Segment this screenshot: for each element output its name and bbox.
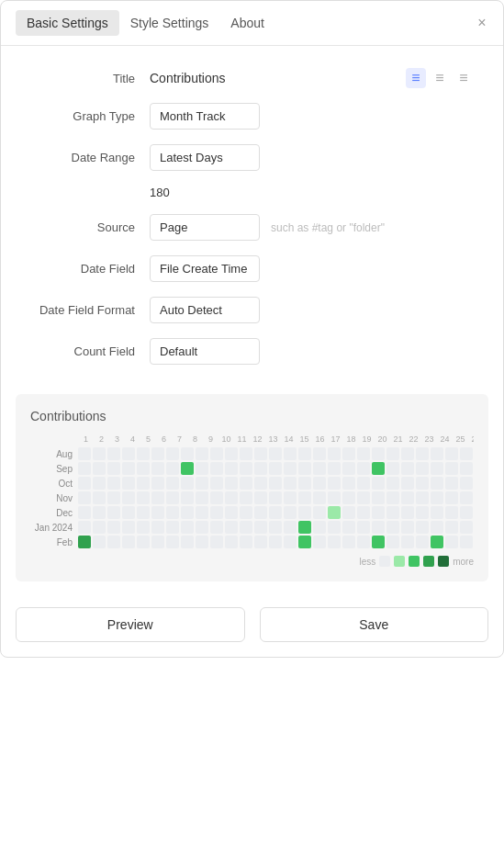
date-field-select[interactable]: File Create Time xyxy=(150,255,260,282)
heatmap-cell xyxy=(372,462,385,475)
source-input[interactable]: Page xyxy=(150,214,260,241)
col-label: 26 xyxy=(468,434,474,444)
heatmap-cells xyxy=(78,506,473,519)
align-left-icon[interactable]: ≡ xyxy=(406,68,426,88)
heatmap-cell xyxy=(298,521,311,534)
heatmap-cell xyxy=(328,462,341,475)
col-label: 18 xyxy=(343,434,359,444)
heatmap-cell xyxy=(342,477,355,490)
save-button[interactable]: Save xyxy=(260,607,489,642)
count-field-value-container: Default xyxy=(150,338,474,365)
source-row: Source Page such as #tag or "folder" xyxy=(30,214,474,241)
col-label: 9 xyxy=(203,434,218,444)
col-label: 2 xyxy=(94,434,109,444)
col-label: 20 xyxy=(375,434,390,444)
date-field-format-label: Date Field Format xyxy=(30,303,150,317)
heatmap-cells xyxy=(78,491,473,504)
col-label: 1 xyxy=(78,434,94,444)
heatmap-cell xyxy=(254,491,267,504)
heatmap-cell xyxy=(372,491,385,504)
heatmap-cell xyxy=(401,506,414,519)
date-field-label: Date Field xyxy=(30,262,150,276)
col-label: 21 xyxy=(390,434,406,444)
heatmap-cell xyxy=(313,521,326,534)
heatmap-cell xyxy=(181,536,194,548)
graph-type-select[interactable]: Month Track xyxy=(150,103,260,130)
heatmap-cell xyxy=(269,477,282,490)
count-field-label: Count Field xyxy=(30,344,150,358)
tab-about[interactable]: About xyxy=(219,10,275,36)
col-label: 15 xyxy=(297,434,312,444)
col-label: 19 xyxy=(359,434,375,444)
close-button[interactable]: × xyxy=(474,15,490,31)
heatmap-cell xyxy=(313,536,326,548)
heatmap-cell xyxy=(151,506,164,519)
heatmap-cell xyxy=(445,477,458,490)
title-input[interactable] xyxy=(150,71,406,85)
date-field-format-select[interactable]: Auto Detect xyxy=(150,297,260,323)
date-field-value-container: File Create Time xyxy=(150,255,474,282)
legend-cell-1 xyxy=(394,556,405,567)
heatmap-cell xyxy=(416,491,429,504)
heatmap-cell xyxy=(298,536,311,548)
heatmap-cell xyxy=(313,462,326,475)
preview-button[interactable]: Preview xyxy=(16,607,245,642)
heatmap-cell xyxy=(254,447,267,460)
heatmap-cell xyxy=(122,521,135,534)
heatmap-cell xyxy=(78,462,91,475)
heatmap-cell xyxy=(210,462,223,475)
heatmap-cell xyxy=(445,462,458,475)
heatmap-cell xyxy=(431,447,443,460)
preview-section: Contributions 12345678910111213141516171… xyxy=(16,394,488,581)
tab-style-settings[interactable]: Style Settings xyxy=(119,10,220,36)
heatmap-cell xyxy=(166,521,179,534)
heatmap-cell xyxy=(181,521,194,534)
heatmap-cell xyxy=(122,536,135,548)
col-label: 16 xyxy=(312,434,328,444)
heatmap-cell xyxy=(254,462,267,475)
col-label: 23 xyxy=(421,434,437,444)
heatmap-cell xyxy=(78,477,91,490)
align-center-icon[interactable]: ≡ xyxy=(430,68,450,88)
heatmap-cell xyxy=(401,462,414,475)
align-right-icon[interactable]: ≡ xyxy=(454,68,474,88)
tab-basic-settings[interactable]: Basic Settings xyxy=(16,10,119,36)
date-field-row: Date Field File Create Time xyxy=(30,255,474,282)
days-input[interactable] xyxy=(150,186,205,199)
heatmap-cell xyxy=(93,462,106,475)
heatmap-cell xyxy=(401,477,414,490)
heatmap-cell xyxy=(445,491,458,504)
heatmap-cell xyxy=(137,521,150,534)
count-field-select[interactable]: Default xyxy=(150,338,260,365)
heatmap-row-label: Aug xyxy=(30,449,78,459)
heatmap-cell xyxy=(386,462,399,475)
heatmap-cell xyxy=(151,521,164,534)
col-label: 6 xyxy=(156,434,172,444)
heatmap-cells xyxy=(78,477,473,490)
heatmap-cell xyxy=(313,506,326,519)
col-label: 17 xyxy=(328,434,343,444)
heatmap-cell xyxy=(460,447,473,460)
heatmap-cell xyxy=(431,491,443,504)
heatmap-cell xyxy=(313,491,326,504)
heatmap-cell xyxy=(225,536,238,548)
heatmap-row: Nov xyxy=(30,491,474,504)
col-label: 11 xyxy=(234,434,250,444)
date-range-select[interactable]: Latest Days xyxy=(150,144,260,171)
col-label: 14 xyxy=(281,434,297,444)
date-range-label: Date Range xyxy=(30,151,150,164)
heatmap-cell xyxy=(298,477,311,490)
heatmap-cell xyxy=(269,491,282,504)
heatmap-row: Aug xyxy=(30,447,474,460)
heatmap-cell xyxy=(416,521,429,534)
heatmap-cell xyxy=(342,462,355,475)
heatmap-cell xyxy=(181,491,194,504)
heatmap-cell xyxy=(357,477,370,490)
heatmap-cell xyxy=(166,506,179,519)
source-label: Source xyxy=(30,220,150,234)
heatmap-cell xyxy=(151,491,164,504)
heatmap-cell xyxy=(357,447,370,460)
heatmap-row-label: Dec xyxy=(30,508,78,518)
heatmap-row: Sep xyxy=(30,462,474,475)
col-label: 10 xyxy=(218,434,234,444)
